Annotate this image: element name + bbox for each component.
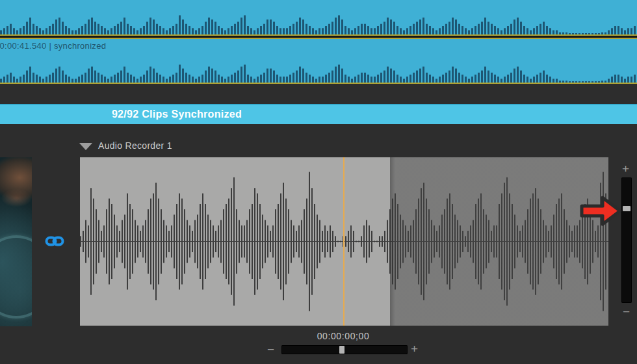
thumbnail-detail [0, 235, 32, 318]
playhead[interactable] [343, 157, 344, 326]
scale-slider[interactable] [281, 345, 408, 354]
timeline-track-1[interactable] [0, 0, 637, 36]
sync-status-banner: 92/92 Clips Synchronized [0, 104, 637, 124]
sync-status-text: 92/92 Clips Synchronized [112, 109, 242, 120]
vertical-zoom-slider[interactable] [621, 177, 632, 303]
group-title: Audio Recorder 1 [98, 140, 172, 151]
offscreen-shade-overlay [390, 157, 608, 326]
video-thumbnail[interactable] [0, 157, 32, 326]
vertical-zoom-in-button[interactable]: + [622, 162, 629, 175]
timeline-track-2[interactable]: 00:00:41.540 | synchronized [0, 38, 637, 84]
collapse-triangle-icon[interactable] [79, 143, 92, 150]
clip-timestamp-label: 00:00:41.540 | synchronized [0, 41, 106, 51]
scale-minus-button[interactable]: − [267, 343, 274, 356]
vertical-zoom-slider-handle[interactable] [623, 206, 630, 211]
link-icon[interactable] [45, 234, 64, 248]
audio-waveform-panel[interactable] [80, 157, 608, 326]
track-2-waveform [0, 50, 637, 83]
scale-plus-button[interactable]: + [411, 343, 418, 355]
track-1-waveform [0, 0, 637, 34]
timecode-display: 00:00:00;00 [317, 331, 370, 341]
scale-slider-handle[interactable] [339, 346, 344, 354]
vertical-zoom-out-button[interactable]: − [623, 306, 630, 318]
